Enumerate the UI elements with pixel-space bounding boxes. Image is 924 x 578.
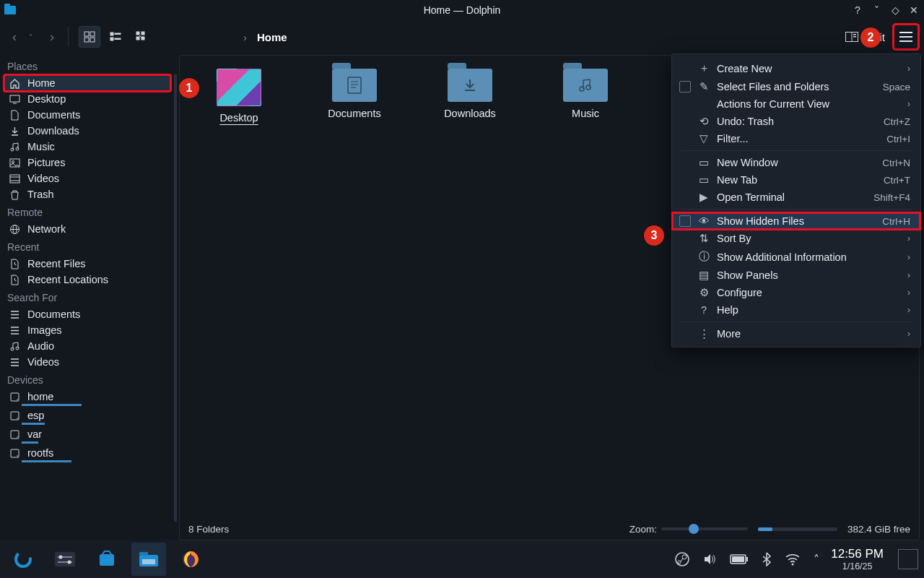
menu-more[interactable]: ⋮More› bbox=[672, 325, 920, 342]
menu-new-window[interactable]: ▭New WindowCtrl+N bbox=[672, 154, 920, 171]
sidebar-item-label: Desktop bbox=[27, 93, 66, 105]
sidebar-item-label: esp bbox=[27, 410, 44, 421]
sidebar-item-network[interactable]: Network bbox=[4, 221, 170, 237]
menu-filter-[interactable]: ▽Filter...Ctrl+I bbox=[672, 130, 920, 147]
help-icon: ? bbox=[698, 304, 710, 316]
sidebar-section-label: Places bbox=[4, 56, 170, 75]
sidebar-item-downloads[interactable]: Downloads bbox=[4, 123, 170, 139]
menu-label: Create New bbox=[717, 63, 900, 74]
svg-point-46 bbox=[17, 399, 18, 400]
svg-rect-85 bbox=[746, 557, 748, 561]
dev-home-icon bbox=[9, 391, 20, 402]
folder-music[interactable]: Music bbox=[549, 69, 622, 124]
menu-new-tab[interactable]: ▭New TabCtrl+T bbox=[672, 171, 920, 189]
sidebar-item-sf-audio[interactable]: Audio bbox=[4, 338, 170, 354]
firefox-launcher-icon[interactable] bbox=[173, 543, 208, 576]
sidebar-item-music[interactable]: Music bbox=[4, 139, 170, 155]
menu-show-additional-information[interactable]: ⓘShow Additional Information› bbox=[672, 247, 920, 267]
sidebar-item-dev-esp[interactable]: esp bbox=[4, 407, 170, 423]
forward-button[interactable]: › bbox=[43, 28, 61, 46]
menu-show-panels[interactable]: ▤Show Panels› bbox=[672, 267, 920, 284]
back-history-icon[interactable]: ˅ bbox=[22, 28, 39, 46]
sidebar-item-dev-home[interactable]: home bbox=[4, 389, 170, 405]
sidebar-item-dev-rootfs[interactable]: rootfs bbox=[4, 445, 170, 461]
discover-launcher-icon[interactable] bbox=[90, 543, 124, 576]
sidebar-scrollbar[interactable] bbox=[172, 53, 179, 540]
folder-documents[interactable]: Documents bbox=[318, 69, 391, 124]
menu-open-terminal[interactable]: ▶Open TerminalShift+F4 bbox=[672, 189, 920, 206]
disk-usage-bar bbox=[758, 527, 837, 531]
desktop-folder-icon bbox=[217, 69, 261, 106]
svg-point-48 bbox=[17, 418, 18, 419]
sidebar-item-documents[interactable]: Documents bbox=[4, 107, 170, 123]
sidebar-item-videos[interactable]: Videos bbox=[4, 171, 170, 186]
folder-icon bbox=[563, 69, 608, 102]
view-icons-button[interactable] bbox=[79, 26, 100, 48]
sf-images-icon bbox=[9, 324, 20, 336]
menu-show-hidden-files[interactable]: 👁Show Hidden FilesCtrl+H bbox=[672, 212, 920, 230]
tray-expand-icon[interactable]: ˄ bbox=[814, 553, 819, 566]
term-icon: ▶ bbox=[698, 191, 710, 203]
svg-rect-20 bbox=[10, 95, 19, 102]
svg-rect-69 bbox=[55, 552, 75, 566]
checkbox-icon bbox=[679, 81, 691, 92]
zoom-control[interactable]: Zoom: bbox=[629, 524, 748, 535]
folder-downloads[interactable]: Downloads bbox=[434, 69, 506, 124]
sidebar-item-dev-var[interactable]: var bbox=[4, 426, 170, 442]
sidebar-item-label: Pictures bbox=[27, 157, 65, 168]
menu-create-new[interactable]: ＋Create New› bbox=[672, 59, 920, 78]
menu-undo-trash[interactable]: ⟲Undo: TrashCtrl+Z bbox=[672, 113, 920, 130]
dolphin-launcher-icon[interactable] bbox=[131, 543, 166, 576]
sidebar-item-sf-images[interactable]: Images bbox=[4, 322, 170, 338]
panels-icon: ▤ bbox=[698, 269, 710, 281]
eye-icon: 👁 bbox=[698, 215, 710, 227]
clock[interactable]: 12:56 PM 1/16/25 bbox=[831, 547, 884, 571]
sidebar-item-pictures[interactable]: Pictures bbox=[4, 155, 170, 171]
svg-rect-16 bbox=[853, 36, 856, 38]
chevron-right-icon: › bbox=[907, 329, 910, 339]
bluetooth-tray-icon[interactable] bbox=[762, 552, 772, 566]
view-details-button[interactable] bbox=[131, 26, 152, 48]
sort-icon: ⇅ bbox=[698, 233, 710, 244]
svg-rect-74 bbox=[100, 554, 114, 566]
app-launcher-icon[interactable] bbox=[6, 543, 40, 576]
menu-label: New Window bbox=[717, 157, 875, 168]
settings-launcher-icon[interactable] bbox=[48, 543, 82, 576]
svg-point-86 bbox=[792, 564, 794, 566]
hamburger-menu-button[interactable] bbox=[894, 25, 918, 49]
menu-select-files-and-folders[interactable]: ✎Select Files and FoldersSpace bbox=[672, 78, 920, 95]
sidebar-item-recent-locations[interactable]: Recent Locations bbox=[4, 272, 170, 288]
home-icon bbox=[9, 77, 20, 89]
folder-desktop[interactable]: Desktop bbox=[203, 69, 275, 124]
wifi-tray-icon[interactable] bbox=[785, 553, 801, 566]
svg-rect-3 bbox=[90, 38, 95, 42]
sidebar-item-label: Network bbox=[27, 223, 66, 235]
view-compact-button[interactable] bbox=[105, 26, 126, 48]
sidebar-item-home[interactable]: Home bbox=[4, 75, 170, 91]
back-button[interactable]: ‹ bbox=[6, 28, 23, 46]
breadcrumb[interactable]: › Home bbox=[243, 31, 287, 43]
sidebar-item-recent-files[interactable]: Recent Files bbox=[4, 256, 170, 272]
dev-esp-icon bbox=[9, 410, 20, 421]
sidebar-item-desktop[interactable]: Desktop bbox=[4, 91, 170, 107]
menu-sort-by[interactable]: ⇅Sort By› bbox=[672, 230, 920, 247]
sf-audio-icon bbox=[9, 340, 20, 352]
battery-tray-icon[interactable] bbox=[730, 554, 749, 564]
sidebar-item-label: Videos bbox=[27, 173, 59, 184]
sidebar-item-label: Documents bbox=[27, 309, 80, 320]
menu-help[interactable]: ?Help› bbox=[672, 301, 920, 319]
menu-configure[interactable]: ⚙Configure› bbox=[672, 284, 920, 301]
sidebar-section-label: Search For bbox=[4, 288, 170, 306]
sidebar-item-sf-documents[interactable]: Documents bbox=[4, 306, 170, 322]
sidebar-item-sf-videos[interactable]: Videos bbox=[4, 354, 170, 370]
svg-rect-27 bbox=[10, 175, 19, 183]
show-desktop-button[interactable] bbox=[898, 549, 918, 569]
menu-label: Select Files and Folders bbox=[717, 81, 876, 92]
volume-tray-icon[interactable] bbox=[702, 552, 717, 566]
steam-tray-icon[interactable] bbox=[675, 552, 689, 566]
chevron-right-icon: › bbox=[907, 99, 910, 109]
sidebar-item-label: Trash bbox=[27, 189, 54, 200]
menu-actions-for-current-view[interactable]: Actions for Current View› bbox=[672, 95, 920, 113]
sidebar-item-trash[interactable]: Trash bbox=[4, 186, 170, 202]
chevron-right-icon: › bbox=[907, 252, 910, 262]
